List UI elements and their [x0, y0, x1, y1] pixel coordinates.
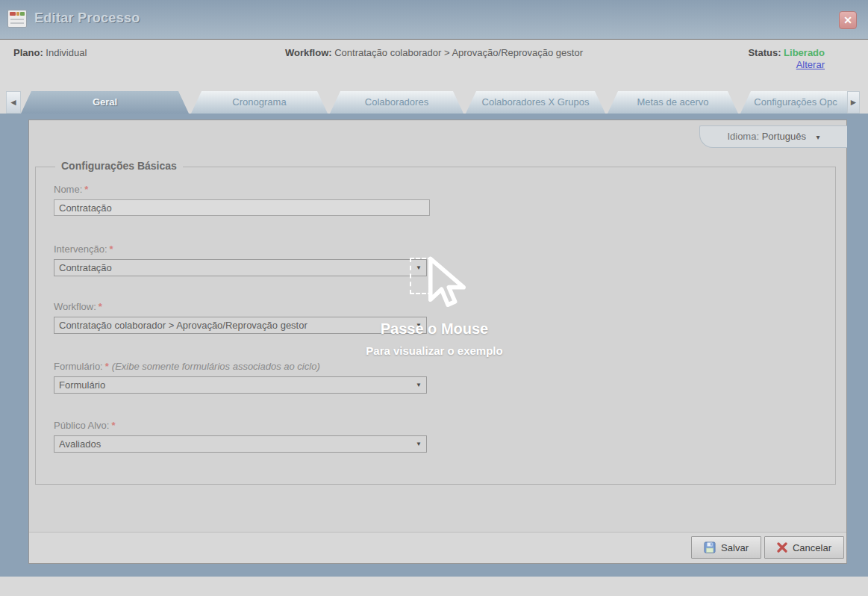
tab-configuracoes-opcionais[interactable]: Configurações Opc	[740, 91, 851, 114]
save-button[interactable]: Salvar	[691, 536, 761, 559]
cancel-label: Cancelar	[793, 542, 831, 553]
field-publico-alvo: Público Alvo:* Avaliados ▼	[54, 420, 427, 453]
close-icon[interactable]: ✕	[839, 11, 857, 29]
workflow-field-label: Workflow:*	[54, 301, 427, 312]
tab-label: Cronograma	[232, 96, 286, 108]
required-asterisk: *	[110, 243, 113, 255]
hint-line1: Passe o Mouse	[285, 320, 584, 338]
workflow-label: Workflow:	[285, 47, 332, 58]
status-info: Status: Liberado	[748, 47, 825, 58]
mouse-pointer-icon	[420, 255, 469, 315]
select-value: Avaliados	[59, 438, 101, 450]
tab-scroll-right-icon[interactable]: ►	[847, 91, 860, 114]
tab-label: Geral	[93, 96, 117, 108]
tabs-row: Geral Cronograma Colaboradores Colaborad…	[21, 91, 851, 114]
field-formulario: Formulário:*(Exibe somente formulários a…	[54, 361, 427, 394]
hint-line2: Para visualizar o exemplo	[285, 344, 584, 357]
tab-label: Configurações Opc	[754, 96, 837, 108]
language-value: Português	[762, 131, 806, 142]
section-title: Configurações Básicas	[55, 160, 183, 172]
formulario-label: Formulário:*(Exibe somente formulários a…	[54, 361, 427, 372]
dropdown-arrow-icon: ▼	[416, 436, 422, 453]
floppy-icon	[704, 541, 716, 553]
footer-bar: Salvar Cancelar	[29, 533, 846, 563]
screen: Editar Processo ✕ Plano: Individual Work…	[0, 0, 868, 596]
required-asterisk: *	[84, 184, 88, 195]
hover-hint: Passe o Mouse Para visualizar o exemplo	[285, 320, 584, 357]
tab-colaboradores[interactable]: Colaboradores	[330, 91, 463, 114]
window-icon	[7, 10, 27, 28]
language-label: Idioma:	[727, 131, 759, 142]
tab-label: Metas de acervo	[637, 96, 708, 108]
nome-input[interactable]	[54, 199, 430, 216]
tab-label: Colaboradores X Grupos	[482, 96, 590, 108]
cancel-x-icon	[777, 542, 787, 553]
status-badge: Liberado	[784, 47, 825, 58]
required-asterisk: *	[111, 420, 115, 431]
chevron-down-icon: ▾	[817, 133, 820, 141]
save-label: Salvar	[721, 542, 749, 553]
info-bar: Plano: Individual Workflow: Contratação …	[0, 40, 868, 114]
tab-geral[interactable]: Geral	[21, 91, 189, 114]
alterar-link[interactable]: Alterar	[796, 59, 825, 70]
select-value: Formulário	[59, 379, 105, 391]
publico-alvo-select[interactable]: Avaliados ▼	[54, 435, 427, 453]
select-value: Contratação	[59, 262, 112, 273]
field-nome: Nome:*	[54, 184, 430, 216]
workflow-info: Workflow: Contratação colaborador > Apro…	[0, 47, 868, 58]
cancel-button[interactable]: Cancelar	[764, 536, 844, 559]
nome-label: Nome:*	[54, 184, 430, 195]
status-label: Status:	[748, 47, 781, 58]
workflow-value: Contratação colaborador > Aprovação/Repr…	[334, 47, 583, 58]
dialog-titlebar: Editar Processo ✕	[0, 0, 868, 40]
tab-metas-de-acervo[interactable]: Metas de acervo	[608, 91, 738, 114]
dialog-title: Editar Processo	[34, 10, 140, 26]
field-intervencao: Intervenção:* Contratação ▼	[54, 243, 427, 276]
tab-colaboradores-x-grupos[interactable]: Colaboradores X Grupos	[466, 91, 605, 114]
formulario-select[interactable]: Formulário ▼	[54, 376, 427, 394]
tab-scroll-left-icon[interactable]: ◄	[6, 91, 21, 114]
tab-label: Colaboradores	[365, 96, 428, 108]
dropdown-arrow-icon: ▼	[416, 377, 422, 394]
publico-alvo-label: Público Alvo:*	[54, 420, 427, 431]
language-selector[interactable]: Idioma: Português ▾	[699, 125, 847, 148]
intervencao-label: Intervenção:*	[54, 243, 427, 255]
formulario-note: (Exibe somente formulários associados ao…	[112, 361, 320, 372]
tab-cronograma[interactable]: Cronograma	[191, 91, 328, 114]
select-value: Contratação colaborador > Aprovação/Repr…	[59, 320, 307, 331]
intervencao-select[interactable]: Contratação ▼	[54, 259, 427, 276]
required-asterisk: *	[105, 361, 109, 372]
tab-strip: ◄ Geral Cronograma Colaboradores Colabor…	[0, 90, 868, 114]
required-asterisk: *	[99, 301, 102, 312]
